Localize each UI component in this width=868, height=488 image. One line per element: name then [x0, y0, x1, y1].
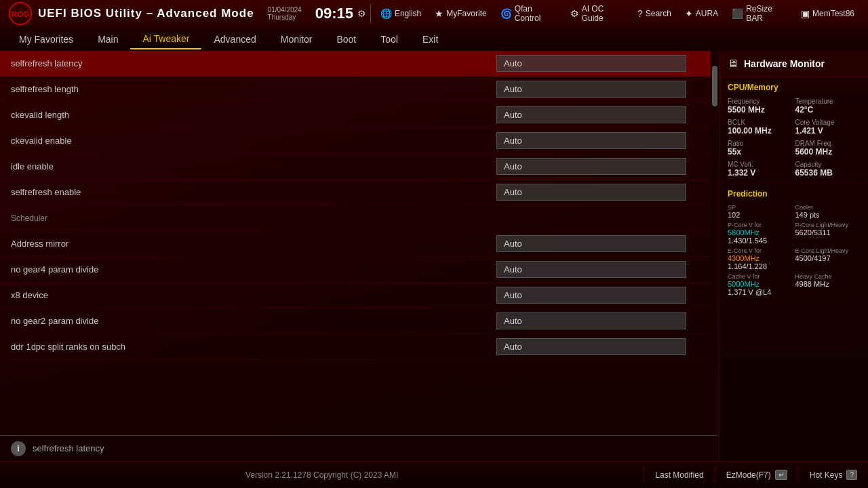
menu-tool[interactable]: Tool [368, 30, 410, 49]
memtest-icon: ▣ [801, 8, 810, 19]
hw-item-dram-freq: DRAM Freq. 5600 MHz [795, 140, 861, 157]
menu-advanced[interactable]: Advanced [201, 30, 268, 49]
hw-item-core-voltage: Core Voltage 1.421 V [795, 119, 861, 136]
setting-value-selfrefresh-length[interactable]: Auto [496, 81, 700, 98]
hw-dramfreq-label: DRAM Freq. [795, 140, 861, 147]
header-top: ROG UEFI BIOS Utility – Advanced Mode 01… [0, 0, 868, 27]
prediction-grid: SP 102 Cooler 149 pts P-Core V for 5800M… [728, 204, 860, 296]
table-row[interactable]: no gear4 param divide Auto [0, 257, 711, 283]
nav-aioc-label: AI OC Guide [582, 4, 624, 23]
table-row[interactable]: x8 device Auto [0, 283, 711, 308]
setting-value-ddr-1dpc-split[interactable]: Auto [496, 338, 700, 355]
pred-cache-v-value: 1.371 V @L4 [728, 288, 793, 296]
main-layout: selfrefresh latency Auto selfrefresh len… [0, 51, 868, 461]
date-label: 01/04/2024 [268, 6, 302, 14]
menu-main[interactable]: Main [85, 30, 130, 49]
value-box: Auto [496, 261, 686, 278]
pred-pcore-lh-label: P-Core Light/Heavy [795, 222, 861, 228]
hw-ratio-label: Ratio [728, 140, 793, 147]
setting-value-selfrefresh-latency[interactable]: Auto [496, 55, 700, 72]
hw-temp-value: 42°C [795, 105, 861, 115]
value-box: Auto [496, 158, 686, 175]
scrollbar-track[interactable] [711, 51, 719, 435]
table-row[interactable]: selfrefresh enable Auto [0, 180, 711, 205]
setting-value-ckevalid-enable[interactable]: Auto [496, 132, 700, 149]
hw-bclk-label: BCLK [728, 119, 793, 126]
hw-item-capacity: Capacity 65536 MB [795, 161, 861, 178]
setting-value-selfrefresh-enable[interactable]: Auto [496, 184, 700, 201]
nav-aioc[interactable]: ⚙ AI OC Guide [565, 3, 629, 24]
pred-cache-freq: 5000MHz [728, 280, 793, 288]
setting-value-no-gear2-divide[interactable]: Auto [496, 312, 700, 329]
footer-ezmode[interactable]: EzMode(F7) ↵ [715, 466, 798, 484]
clock-time: 09:15 [315, 5, 353, 22]
table-row[interactable]: selfrefresh latency Auto [0, 51, 711, 77]
hw-item-mc-volt: MC Volt. 1.332 V [728, 161, 793, 178]
nav-english[interactable]: 🌐 English [375, 7, 427, 20]
day-label: Thursday [268, 14, 302, 21]
prediction-section: Prediction SP 102 Cooler 149 pts P-Core … [719, 184, 868, 302]
menu-favorites[interactable]: My Favorites [7, 30, 85, 49]
table-row[interactable]: selfrefresh length Auto [0, 77, 711, 102]
hw-mcvolt-label: MC Volt. [728, 161, 793, 168]
table-row[interactable]: ckevalid length Auto [0, 102, 711, 128]
nav-memtest[interactable]: ▣ MemTest86 [795, 7, 860, 20]
nav-myfavorite[interactable]: ★ MyFavorite [429, 7, 492, 20]
resizebar-icon: ⬛ [732, 8, 743, 19]
hw-monitor-panel: 🖥 Hardware Monitor CPU/Memory Frequency … [719, 51, 868, 461]
table-row[interactable]: no gear2 param divide Auto [0, 308, 711, 334]
menu-monitor[interactable]: Monitor [269, 30, 325, 49]
table-row[interactable]: idle enable Auto [0, 154, 711, 180]
setting-label-x8-device: x8 device [11, 290, 496, 300]
aura-icon: ✦ [685, 8, 693, 19]
setting-value-address-mirror[interactable]: Auto [496, 235, 700, 252]
nav-aura[interactable]: ✦ AURA [679, 7, 724, 20]
pred-pcore-v-value: 1.430/1.545 [728, 237, 793, 245]
ezmode-badge: ↵ [775, 470, 787, 480]
value-box: Auto [496, 312, 686, 329]
info-bar: i selfrefresh latency [0, 435, 719, 461]
menu-boot[interactable]: Boot [324, 30, 368, 49]
menu-exit[interactable]: Exit [410, 30, 450, 49]
setting-label-no-gear2-divide: no gear2 param divide [11, 316, 496, 326]
nav-resizebar[interactable]: ⬛ ReSize BAR [726, 3, 793, 24]
settings-gear-icon[interactable]: ⚙ [357, 8, 366, 19]
footer-actions: Last Modified EzMode(F7) ↵ Hot Keys ? [644, 466, 868, 484]
hotkeys-label: Hot Keys [810, 470, 843, 480]
value-box: Auto [496, 132, 686, 149]
content-area: selfrefresh latency Auto selfrefresh len… [0, 51, 719, 461]
hw-corev-label: Core Voltage [795, 119, 861, 126]
setting-value-idle-enable[interactable]: Auto [496, 158, 700, 175]
pred-pcore-v-for-label: P-Core V for [728, 222, 793, 228]
table-row[interactable]: ddr 1dpc split ranks on subch Auto [0, 334, 711, 360]
nav-search-label: Search [646, 9, 671, 18]
setting-label-ckevalid-enable: ckevalid enable [11, 136, 496, 146]
cpu-memory-grid: Frequency 5500 MHz Temperature 42°C BCLK… [728, 98, 860, 178]
nav-qfan[interactable]: 🌀 Qfan Control [495, 3, 562, 24]
hw-cap-value: 65536 MB [795, 168, 861, 178]
pred-heavy-cache: Heavy Cache 4988 MHz [795, 273, 861, 296]
setting-value-no-gear4-divide[interactable]: Auto [496, 261, 700, 278]
hw-item-ratio: Ratio 55x [728, 140, 793, 157]
fan-icon: 🌀 [500, 8, 512, 19]
pred-sp-label: SP [728, 204, 793, 211]
nav-search[interactable]: ? Search [632, 7, 677, 20]
rog-logo-icon: ROG [8, 1, 33, 26]
info-text: selfrefresh latency [33, 443, 104, 453]
scrollbar-thumb[interactable] [712, 66, 717, 106]
footer-last-modified[interactable]: Last Modified [644, 466, 714, 484]
pred-ecore-lh-label: E-Core Light/Heavy [795, 247, 861, 254]
setting-value-x8-device[interactable]: Auto [496, 287, 700, 304]
table-row[interactable]: ckevalid enable Auto [0, 128, 711, 154]
header-title: UEFI BIOS Utility – Advanced Mode [38, 7, 254, 20]
value-box: Auto [496, 235, 686, 252]
setting-value-ckevalid-length[interactable]: Auto [496, 106, 700, 123]
hw-ratio-value: 55x [728, 147, 793, 157]
menu-aitweaker[interactable]: Ai Tweaker [130, 29, 201, 49]
info-icon: i [11, 441, 26, 456]
pred-ecore-v-for: E-Core V for 4300MHz 1.164/1.228 [728, 247, 793, 270]
pred-ecore-lh: E-Core Light/Heavy 4500/4197 [795, 247, 861, 270]
table-row[interactable]: Address mirror Auto [0, 231, 711, 257]
setting-label-ckevalid-length: ckevalid length [11, 110, 496, 120]
footer-hotkeys[interactable]: Hot Keys ? [798, 466, 868, 484]
